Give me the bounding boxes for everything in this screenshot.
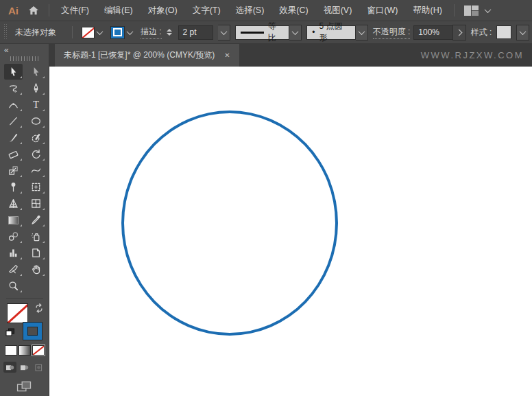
brush-dropdown[interactable]: • 5 点圆形 (306, 25, 356, 40)
curvature-tool-button[interactable] (4, 97, 23, 113)
stroke-chevron-down-icon[interactable] (125, 26, 136, 38)
gradient-tool-button[interactable] (4, 212, 23, 228)
fill-stroke-cluster (5, 303, 44, 340)
direct-selection-tool-icon (30, 66, 42, 78)
workspace-chevron-down-icon[interactable] (483, 4, 494, 16)
watermark-text: WWW.RJZXW.COM (421, 50, 532, 60)
fill-indicator[interactable] (7, 303, 28, 323)
zoom-tool-button[interactable] (4, 278, 23, 294)
shaper-tool-button[interactable] (27, 130, 45, 145)
type-tool-button[interactable]: T (27, 97, 45, 113)
document-tab[interactable]: 未标题-1 [已恢复]* @ 200% (CMYK/预览) ✕ (55, 44, 239, 67)
none-button[interactable] (32, 345, 45, 356)
opacity-field[interactable]: 100% (413, 25, 453, 40)
free-transform-tool-button[interactable] (27, 179, 45, 195)
menubar: Ai 文件(F)编辑(E)对象(O)文字(T)选择(S)效果(C)视图(V)窗口… (0, 0, 532, 21)
rotate-tool-icon (30, 148, 42, 160)
eraser-tool-button[interactable] (4, 146, 23, 162)
ellipse-tool-button[interactable] (27, 113, 45, 129)
draw-normal-button[interactable] (3, 362, 16, 373)
menubar-divider (49, 4, 49, 16)
scale-tool-icon (8, 165, 19, 176)
app-logo[interactable]: Ai (5, 5, 23, 16)
menu-item-file[interactable]: 文件(F) (53, 0, 97, 21)
brush-chevron-down-icon[interactable] (356, 25, 368, 40)
scale-tool-button[interactable] (4, 163, 23, 178)
gradient-button[interactable] (19, 345, 31, 356)
paintbrush-tool-icon (8, 132, 19, 143)
menu-item-effect[interactable]: 效果(C) (271, 0, 315, 21)
fill-chevron-down-icon[interactable] (95, 26, 106, 38)
width-tool-button[interactable] (27, 163, 45, 178)
artboard-tool-icon (30, 247, 42, 259)
lasso-tool-button[interactable] (4, 80, 23, 96)
draw-inside-button[interactable] (32, 362, 45, 373)
tools-panel-grip[interactable] (10, 56, 39, 61)
swap-fill-stroke-icon[interactable] (34, 303, 44, 316)
home-icon[interactable] (23, 5, 45, 15)
change-screen-mode-button[interactable] (16, 381, 32, 395)
default-fill-stroke-icon[interactable] (5, 327, 15, 340)
none-slash-icon (7, 303, 28, 323)
menu-item-edit[interactable]: 编辑(E) (97, 0, 141, 21)
style-chevron-down-icon[interactable] (516, 25, 529, 40)
style-label: 样式 : (471, 27, 492, 38)
slice-tool-icon (8, 264, 19, 275)
eyedropper-tool-button[interactable] (27, 212, 45, 228)
perspective-grid-tool-button[interactable] (4, 196, 23, 211)
zoom-tool-icon (8, 280, 19, 292)
stroke-weight-field[interactable]: 2 pt (178, 25, 214, 40)
fill-swatch[interactable] (82, 27, 95, 38)
document-area: 未标题-1 [已恢复]* @ 200% (CMYK/预览) ✕ WWW.RJZX… (49, 44, 532, 396)
menu-item-view[interactable]: 视图(V) (316, 0, 360, 21)
column-graph-tool-button[interactable] (4, 245, 23, 261)
width-profile-dropdown[interactable]: 等比 (235, 25, 289, 40)
symbol-sprayer-tool-button[interactable] (27, 229, 45, 244)
stroke-panel-link[interactable]: 描边 : (141, 26, 162, 39)
home-icon-glyph (28, 5, 39, 15)
direct-selection-tool-button[interactable] (27, 64, 45, 80)
profile-chevron-down-icon[interactable] (289, 25, 302, 40)
menu-item-object[interactable]: 对象(O) (141, 0, 185, 21)
selection-tool-button[interactable] (4, 64, 23, 80)
artboard-canvas[interactable] (49, 67, 532, 396)
toolbar-divider (6, 298, 43, 299)
stroke-swatch[interactable] (110, 26, 125, 39)
document-tab-bar: 未标题-1 [已恢复]* @ 200% (CMYK/预览) ✕ WWW.RJZX… (49, 44, 532, 67)
puppet-warp-tool-icon (8, 181, 19, 193)
close-tab-icon[interactable]: ✕ (224, 52, 230, 59)
menu-item-type[interactable]: 文字(T) (185, 0, 228, 21)
color-mode-row (5, 345, 45, 356)
color-button[interactable] (5, 345, 17, 356)
style-swatch[interactable] (496, 25, 511, 39)
hand-tool-button[interactable] (27, 261, 45, 277)
line-segment-tool-button[interactable] (4, 113, 23, 129)
selection-tool-icon (8, 66, 19, 78)
opacity-expand-icon[interactable] (452, 25, 466, 40)
rotate-tool-button[interactable] (27, 146, 45, 162)
collapse-panel-icon[interactable]: « (4, 46, 9, 54)
free-transform-tool-icon (30, 181, 42, 193)
puppet-warp-tool-button[interactable] (4, 179, 23, 195)
menu-item-window[interactable]: 窗口(W) (359, 0, 405, 21)
perspective-grid-tool-icon (8, 198, 19, 209)
opacity-panel-link[interactable]: 不透明度 : (373, 26, 411, 39)
blend-tool-button[interactable] (4, 229, 23, 244)
drawing-mode-row (3, 362, 45, 373)
stroke-weight-chevron-down-icon[interactable] (218, 25, 230, 40)
draw-behind-button[interactable] (18, 362, 31, 373)
artboard-tool-button[interactable] (27, 245, 45, 261)
pen-tool-button[interactable] (27, 80, 45, 96)
workspace-switcher-icon[interactable] (464, 5, 479, 16)
drawn-circle-shape[interactable] (121, 110, 338, 336)
paintbrush-tool-button[interactable] (4, 130, 23, 145)
stroke-indicator[interactable] (23, 322, 43, 340)
panel-grip[interactable] (3, 24, 8, 40)
stroke-weight-stepper[interactable] (167, 29, 172, 36)
blend-tool-icon (8, 231, 19, 242)
slice-tool-button[interactable] (4, 261, 23, 277)
mesh-tool-button[interactable] (27, 196, 45, 211)
tools-panel: « T (0, 44, 49, 396)
menu-item-help[interactable]: 帮助(H) (406, 0, 450, 21)
menu-item-select[interactable]: 选择(S) (228, 0, 272, 21)
